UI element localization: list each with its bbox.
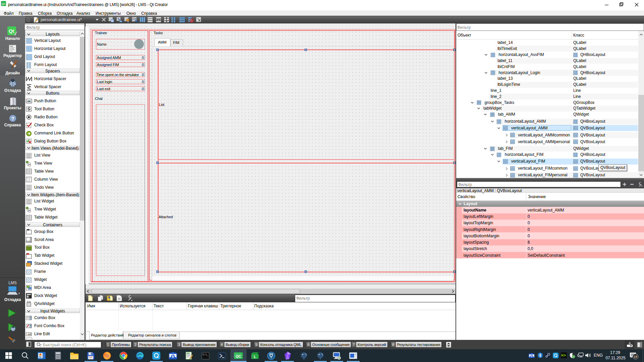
svg-text:123: 123 <box>132 18 137 20</box>
svg-text:L: L <box>254 355 256 359</box>
svg-text:Qt: Qt <box>9 28 14 34</box>
svg-text:QC: QC <box>235 354 241 358</box>
svg-text:OK: OK <box>27 100 31 103</box>
svg-text:b: b <box>172 355 174 358</box>
svg-text:QC: QC <box>2 2 6 5</box>
svg-text:AB: AB <box>28 333 31 336</box>
svg-text:?: ? <box>11 116 14 121</box>
svg-text:b: b <box>531 355 532 357</box>
svg-text:C:\_: C:\_ <box>203 353 209 356</box>
